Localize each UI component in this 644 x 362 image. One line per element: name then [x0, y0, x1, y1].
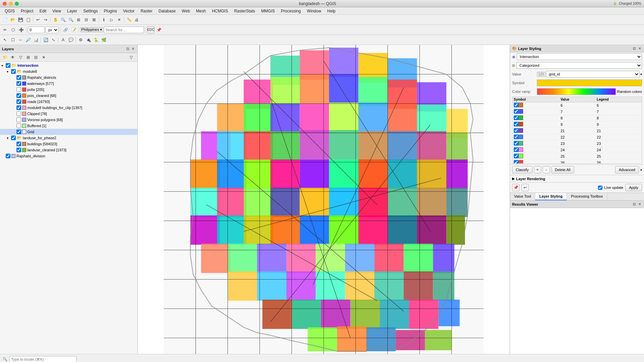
save-as-button[interactable]: 📋: [25, 16, 32, 23]
remove-class-button[interactable]: -: [543, 166, 550, 173]
locate-input[interactable]: [9, 356, 77, 362]
symbol-color-swatch[interactable]: [518, 115, 523, 120]
layer-item-voronoi[interactable]: Voronoi polygons [68]: [0, 117, 137, 123]
symbol-checkbox[interactable]: [514, 128, 518, 133]
add-group-button[interactable]: 📁: [1, 54, 9, 61]
menu-item-hcmgis[interactable]: HCMGIS: [209, 8, 231, 14]
node-tool-button[interactable]: ⬡: [9, 26, 17, 34]
layer-checkbox-module8_buildings[interactable]: [16, 105, 21, 110]
menu-item-help[interactable]: Help: [325, 8, 338, 14]
symbol-table-row[interactable]: 88: [512, 115, 642, 121]
symbol-checkbox[interactable]: [514, 141, 518, 146]
search-input[interactable]: [104, 27, 144, 33]
symbol-table-row[interactable]: 2525: [512, 153, 642, 160]
symbol-table-row[interactable]: 77: [512, 109, 642, 115]
layer-item-grid[interactable]: Grid: [0, 129, 137, 135]
renderer-select[interactable]: Categorized: [516, 62, 642, 69]
annotate-button[interactable]: 💬: [67, 36, 75, 44]
layer-item-landuse_phase2[interactable]: ▾📂landuse_for_phase2: [0, 135, 137, 141]
menu-item-processing[interactable]: Processing: [278, 8, 304, 14]
symbol-checkbox[interactable]: [514, 115, 518, 120]
layer-item-waterways[interactable]: waterways [577]: [0, 81, 137, 87]
live-update-checkbox[interactable]: [598, 186, 602, 190]
menu-item-window[interactable]: Window: [304, 8, 324, 14]
layer-rendering-expand-icon[interactable]: ▶: [512, 176, 515, 181]
symbol-table-row[interactable]: 66: [512, 102, 642, 109]
symbol-checkbox[interactable]: [514, 109, 518, 114]
rotate-button[interactable]: 🔄: [42, 36, 49, 44]
advanced-button[interactable]: Advanced: [615, 166, 639, 173]
undo-button[interactable]: ↩: [34, 16, 42, 23]
bottom-tab-layer-styling[interactable]: Layer Styling: [535, 193, 567, 200]
apply-button[interactable]: Apply: [625, 184, 642, 191]
snapping-button[interactable]: 🔗: [62, 26, 69, 34]
edc-button[interactable]: EDC: [147, 26, 154, 34]
layer-checkbox-landuse_phase2[interactable]: [11, 136, 16, 140]
menu-item-layer[interactable]: Layer: [64, 8, 80, 14]
digitize-button[interactable]: ✏: [1, 26, 9, 34]
edit-button[interactable]: 📝: [70, 26, 77, 34]
layer-checkbox-pofw[interactable]: [16, 87, 21, 92]
menu-item-database[interactable]: Database: [156, 8, 178, 14]
menu-item-plugins[interactable]: Plugins: [101, 8, 120, 14]
styling-close-button[interactable]: ✕: [637, 46, 642, 51]
symbol-table-row[interactable]: 99: [512, 121, 642, 128]
symbol-checkbox[interactable]: [514, 135, 518, 139]
undo-style-button[interactable]: ↩: [521, 184, 529, 191]
select-all-button[interactable]: ☐: [9, 36, 16, 44]
menu-item-vector[interactable]: Vector: [121, 8, 137, 14]
styling-float-button[interactable]: ⊡: [632, 46, 637, 51]
map-view[interactable]: [138, 45, 510, 354]
layers-close-button[interactable]: ✕: [131, 47, 135, 51]
layer-item-rajshahi_division[interactable]: Rajshahi_division: [0, 153, 137, 159]
symbol-color-swatch[interactable]: [518, 128, 523, 133]
menu-item-view[interactable]: View: [50, 8, 64, 14]
layer-name-select[interactable]: Intersection: [517, 53, 642, 60]
symbol-checkbox[interactable]: [514, 160, 518, 164]
layer-item-roads[interactable]: roads [16793]: [0, 99, 137, 105]
unit-select[interactable]: px: [45, 27, 59, 33]
symbol-color-swatch[interactable]: [518, 135, 523, 139]
python-button[interactable]: 🐍: [92, 36, 100, 44]
layer-item-pois_cleaned[interactable]: pois_cleaned [68]: [0, 93, 137, 99]
layer-checkbox-buildings[interactable]: [16, 142, 21, 146]
zoom-full-button[interactable]: ⊞: [75, 16, 82, 23]
layer-item-buildings[interactable]: buildings [584023]: [0, 141, 137, 147]
layer-checkbox-voronoi[interactable]: [16, 117, 21, 122]
pan-button[interactable]: ✋: [52, 16, 59, 23]
layer-checkbox-clipped[interactable]: [16, 111, 21, 116]
symbol-swatch[interactable]: [537, 80, 642, 86]
symbol-table-row[interactable]: 2121: [512, 128, 642, 134]
symbol-checkbox[interactable]: [514, 122, 518, 126]
results-float-button[interactable]: ⊡: [632, 202, 637, 206]
classify-button[interactable]: Classify: [512, 166, 533, 173]
symbol-color-swatch[interactable]: [518, 109, 523, 114]
map-canvas[interactable]: [138, 45, 510, 354]
scale-button[interactable]: ⤡: [50, 36, 57, 44]
menu-item-web[interactable]: Web: [179, 8, 192, 14]
layer-checkbox-buffered[interactable]: [16, 123, 21, 128]
layer-item-pofw[interactable]: pofw [205]: [0, 87, 137, 93]
zoom-out-button[interactable]: 🔍: [67, 16, 75, 23]
add-feature-button[interactable]: ➕: [17, 26, 25, 34]
filter-map-button[interactable]: ▽: [127, 54, 135, 61]
select-features-button[interactable]: ↖: [1, 36, 9, 44]
layer-item-buffered[interactable]: Buffered [1]: [0, 123, 137, 129]
open-project-button[interactable]: 📂: [9, 16, 16, 23]
deselect-button[interactable]: ✕: [116, 16, 123, 23]
collapse-all-button[interactable]: ⊟: [32, 54, 40, 61]
layer-diagram-button[interactable]: 📊: [32, 36, 40, 44]
layer-item-landuse_cleaned[interactable]: landuse_cleaned [1973]: [0, 147, 137, 153]
pan-map-button[interactable]: ↔: [17, 36, 24, 44]
menu-item-project[interactable]: Project: [18, 8, 36, 14]
layer-item-module8[interactable]: ▾📂module8: [0, 68, 137, 74]
symbol-color-swatch[interactable]: [518, 160, 523, 164]
menu-item-mmgis[interactable]: MMGIS: [259, 8, 278, 14]
select-button[interactable]: ▷: [108, 16, 115, 23]
value-select[interactable]: grid_id: [546, 71, 640, 77]
layer-expand-icon-intersection[interactable]: ▾: [1, 64, 5, 67]
symbol-color-swatch[interactable]: [518, 122, 523, 126]
symbol-checkbox[interactable]: [514, 154, 518, 158]
layer-checkbox-rajshahi_districts[interactable]: [16, 75, 21, 80]
symbol-table-row[interactable]: 2626: [512, 160, 642, 164]
